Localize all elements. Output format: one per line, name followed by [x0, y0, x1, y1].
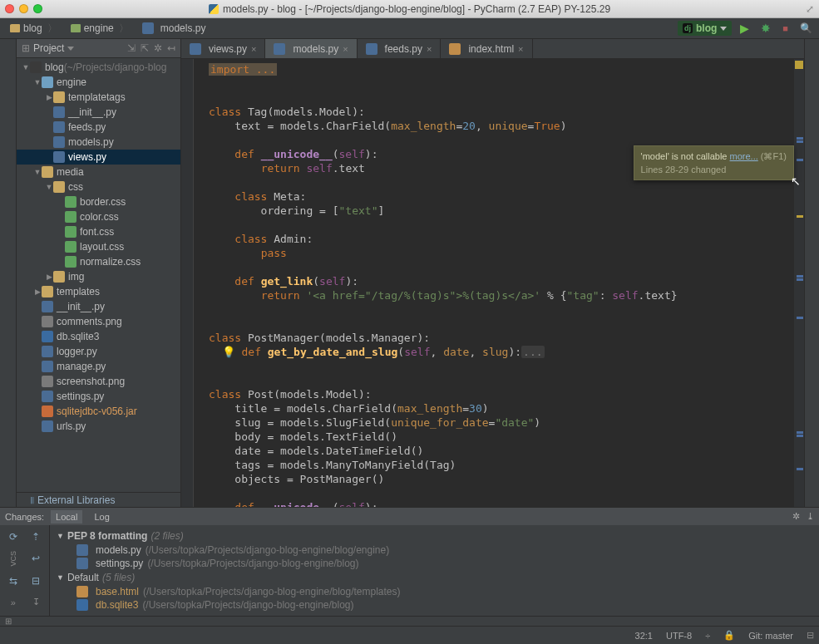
gear-icon[interactable]: ✲: [792, 511, 800, 522]
expand-all-icon[interactable]: »: [3, 594, 23, 611]
tool-window-quick-access[interactable]: ⊞: [5, 617, 12, 626]
external-libraries[interactable]: ⫴ External Libraries: [17, 492, 180, 507]
scroll-from-source-icon[interactable]: ⇲: [127, 42, 136, 54]
tree-row-blog[interactable]: blog (~/Projects/django-blog: [17, 60, 180, 75]
css-icon: [65, 256, 76, 268]
tree-label: models.py: [68, 136, 114, 148]
tooltip-more-link[interactable]: more...: [730, 151, 758, 161]
tree-row-manage-py[interactable]: manage.py: [17, 359, 180, 374]
changed-file[interactable]: db.sqlite3 (/Users/topka/Projects/django…: [57, 598, 812, 612]
stop-button[interactable]: ■: [779, 22, 792, 35]
breadcrumb-engine[interactable]: engine 〉: [64, 20, 136, 37]
zoom-window[interactable]: [33, 4, 42, 13]
search-everywhere-button[interactable]: 🔍: [797, 21, 816, 36]
hide-tool-icon[interactable]: ⤓: [807, 511, 814, 522]
debug-button[interactable]: ✸: [757, 20, 774, 37]
changelist-default[interactable]: ▼ Default (5 files): [57, 570, 812, 585]
folder-icon: [71, 24, 81, 32]
inspection-indicator[interactable]: [795, 61, 803, 69]
close-tab-icon[interactable]: ×: [343, 44, 348, 54]
project-tool-header[interactable]: ⊞ Project ⇲ ⇱ ✲ ↤: [17, 39, 180, 58]
git-branch[interactable]: Git: master: [748, 631, 793, 641]
gear-icon[interactable]: ✲: [154, 42, 162, 54]
fold-gutter[interactable]: [194, 59, 205, 507]
tree-arrow-icon[interactable]: [45, 93, 53, 101]
tree-row-sqlitejdbc-v056-jar[interactable]: sqlitejdbc-v056.jar: [17, 404, 180, 419]
tree-row-__init__-py[interactable]: __init__.py: [17, 105, 180, 120]
tree-arrow-icon[interactable]: [33, 78, 42, 86]
project-tree[interactable]: blog (~/Projects/django-blogenginetempla…: [17, 58, 180, 492]
editor: views.py×models.py×feeds.py×index.html× …: [181, 39, 804, 507]
changed-file[interactable]: base.html (/Users/topka/Projects/django-…: [57, 585, 812, 598]
run-config-selector[interactable]: dj blog: [678, 21, 732, 36]
tree-row-layout-css[interactable]: layout.css: [17, 239, 180, 254]
tree-row-settings-py[interactable]: settings.py: [17, 389, 180, 404]
diff-icon[interactable]: ⇆: [3, 573, 23, 589]
close-window[interactable]: [5, 4, 14, 13]
refresh-icon[interactable]: ⟳: [3, 528, 23, 545]
changes-tree[interactable]: ▼ PEP 8 formatting (2 files) models.py (…: [50, 525, 819, 616]
tree-arrow-icon[interactable]: [22, 63, 30, 71]
folded-imports[interactable]: import ...: [209, 63, 277, 76]
hide-tool-icon[interactable]: ↤: [167, 42, 175, 54]
editor-tab-views-py[interactable]: views.py×: [181, 39, 265, 58]
tree-arrow-icon[interactable]: [45, 273, 53, 281]
tree-row-screenshot-png[interactable]: screenshot.png: [17, 374, 180, 389]
changes-tab-local[interactable]: Local: [51, 510, 82, 524]
tree-row-models-py[interactable]: models.py: [17, 135, 180, 150]
file-encoding[interactable]: UTF-8: [666, 631, 692, 641]
notifications-icon[interactable]: ⊟: [807, 630, 814, 641]
editor-gutter[interactable]: [181, 59, 194, 507]
tree-row-color-css[interactable]: color.css: [17, 209, 180, 224]
tree-label: screenshot.png: [57, 376, 125, 387]
tree-arrow-icon[interactable]: [45, 183, 53, 191]
changed-file-name: db.sqlite3: [96, 599, 138, 611]
resize-grip-icon[interactable]: ⤢: [806, 3, 814, 15]
editor-tab-feeds-py[interactable]: feeds.py×: [358, 39, 442, 58]
changed-file[interactable]: models.py (/Users/topka/Projects/django-…: [57, 543, 812, 557]
collapse-all-icon[interactable]: ⇱: [141, 42, 149, 54]
tree-row-urls-py[interactable]: urls.py: [17, 419, 180, 434]
tree-row-__init__-py[interactable]: __init__.py: [17, 299, 180, 314]
rollback-icon[interactable]: ↩: [27, 550, 47, 567]
caret-position[interactable]: 32:1: [635, 631, 653, 641]
breadcrumb-file[interactable]: models.py: [136, 21, 213, 36]
tree-row-templates[interactable]: templates: [17, 284, 180, 299]
commit-icon[interactable]: ⇡: [27, 528, 47, 545]
error-stripe[interactable]: [794, 59, 804, 507]
tree-row-logger-py[interactable]: logger.py: [17, 344, 180, 359]
run-button[interactable]: ▶: [737, 20, 752, 37]
tree-row-img[interactable]: img: [17, 269, 180, 284]
close-tab-icon[interactable]: ×: [427, 44, 432, 54]
shelve-icon[interactable]: ⊟: [27, 573, 47, 589]
editor-code[interactable]: import ... class Tag(models.Model): text…: [205, 59, 794, 507]
tree-row-media[interactable]: media: [17, 165, 180, 179]
changes-tab-log[interactable]: Log: [89, 510, 114, 524]
tree-arrow-icon[interactable]: [33, 168, 42, 176]
tree-label: engine: [57, 76, 86, 88]
tree-row-engine[interactable]: engine: [17, 75, 180, 90]
tree-row-normalize-css[interactable]: normalize.css: [17, 254, 180, 269]
tree-row-templatetags[interactable]: templatetags: [17, 90, 180, 105]
tree-row-feeds-py[interactable]: feeds.py: [17, 120, 180, 135]
css-icon: [65, 196, 76, 208]
tree-row-font-css[interactable]: font.css: [17, 224, 180, 239]
folded-region[interactable]: ...: [521, 346, 544, 358]
py-icon: [42, 420, 53, 432]
close-tab-icon[interactable]: ×: [251, 44, 256, 54]
editor-tab-models-py[interactable]: models.py×: [265, 39, 357, 58]
close-tab-icon[interactable]: ×: [518, 44, 523, 54]
tree-row-db-sqlite3[interactable]: db.sqlite3: [17, 329, 180, 344]
readonly-lock-icon[interactable]: 🔒: [723, 630, 735, 641]
changed-file[interactable]: settings.py (/Users/topka/Projects/djang…: [57, 557, 812, 570]
breadcrumb-blog[interactable]: blog 〉: [3, 20, 64, 37]
tree-row-views-py[interactable]: views.py: [17, 150, 180, 165]
collapse-all-icon[interactable]: ↧: [27, 594, 47, 611]
changelist-pep8[interactable]: ▼ PEP 8 formatting (2 files): [57, 528, 812, 543]
minimize-window[interactable]: [19, 4, 28, 13]
tree-arrow-icon[interactable]: [33, 288, 42, 296]
tree-row-comments-png[interactable]: comments.png: [17, 314, 180, 329]
tree-row-border-css[interactable]: border.css: [17, 194, 180, 209]
editor-tab-index-html[interactable]: index.html×: [441, 39, 532, 58]
tree-row-css[interactable]: css: [17, 179, 180, 194]
